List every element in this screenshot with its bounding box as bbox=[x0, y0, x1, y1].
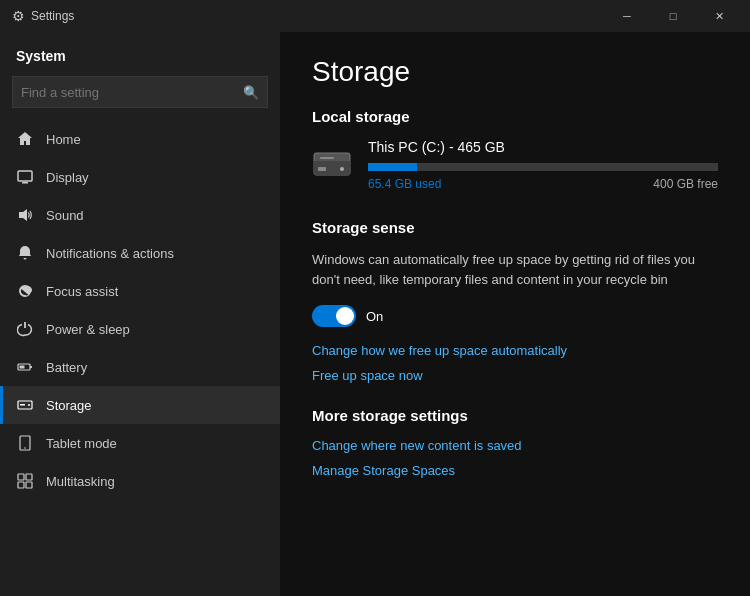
sidebar-item-label: Storage bbox=[46, 398, 92, 413]
sidebar-item-label: Notifications & actions bbox=[46, 246, 174, 261]
notifications-icon bbox=[16, 244, 34, 262]
used-text: 65.4 GB used bbox=[368, 177, 441, 191]
more-settings-section: More storage settings Change where new c… bbox=[312, 407, 718, 478]
search-box[interactable]: 🔍 bbox=[12, 76, 268, 108]
display-icon bbox=[16, 168, 34, 186]
app-icon: ⚙ bbox=[12, 8, 25, 24]
drive-stats: 65.4 GB used 400 GB free bbox=[368, 177, 718, 191]
sidebar-item-label: Power & sleep bbox=[46, 322, 130, 337]
sidebar-item-label: Battery bbox=[46, 360, 87, 375]
svg-rect-19 bbox=[320, 157, 334, 159]
drive-icon bbox=[312, 143, 352, 183]
drive-info: This PC (C:) - 465 GB 65.4 GB used 400 G… bbox=[368, 139, 718, 191]
sidebar-item-storage[interactable]: Storage bbox=[0, 386, 280, 424]
local-storage-title: Local storage bbox=[312, 108, 718, 125]
sidebar-title: System bbox=[0, 32, 280, 72]
page-title: Storage bbox=[312, 56, 718, 88]
svg-rect-4 bbox=[30, 366, 32, 368]
app-title: Settings bbox=[31, 9, 74, 23]
more-settings-title: More storage settings bbox=[312, 407, 718, 424]
free-up-link2[interactable]: Free up space now bbox=[312, 368, 718, 383]
close-button[interactable]: ✕ bbox=[696, 0, 742, 32]
svg-rect-12 bbox=[26, 474, 32, 480]
more-settings-link1[interactable]: Change where new content is saved bbox=[312, 438, 718, 453]
sidebar-item-label: Multitasking bbox=[46, 474, 115, 489]
sidebar-item-display[interactable]: Display bbox=[0, 158, 280, 196]
toggle-label: On bbox=[366, 309, 383, 324]
battery-icon bbox=[16, 358, 34, 376]
multitasking-icon bbox=[16, 472, 34, 490]
search-icon: 🔍 bbox=[243, 85, 259, 100]
free-text: 400 GB free bbox=[653, 177, 718, 191]
sense-description: Windows can automatically free up space … bbox=[312, 250, 718, 289]
drive-card: This PC (C:) - 465 GB 65.4 GB used 400 G… bbox=[312, 139, 718, 191]
progress-bar-fill bbox=[368, 163, 417, 171]
storage-sense-section: Storage sense Windows can automatically … bbox=[312, 219, 718, 383]
storage-icon bbox=[16, 396, 34, 414]
sidebar-item-label: Tablet mode bbox=[46, 436, 117, 451]
sidebar-item-power[interactable]: Power & sleep bbox=[0, 310, 280, 348]
sidebar-item-label: Sound bbox=[46, 208, 84, 223]
svg-rect-8 bbox=[20, 404, 25, 406]
sidebar-item-label: Home bbox=[46, 132, 81, 147]
more-settings-link2[interactable]: Manage Storage Spaces bbox=[312, 463, 718, 478]
svg-rect-13 bbox=[18, 482, 24, 488]
main-content: Storage Local storage This PC (C:) - 465… bbox=[280, 32, 750, 596]
minimize-button[interactable]: ─ bbox=[604, 0, 650, 32]
sidebar-item-notifications[interactable]: Notifications & actions bbox=[0, 234, 280, 272]
sidebar-item-tablet[interactable]: Tablet mode bbox=[0, 424, 280, 462]
sidebar-item-focus[interactable]: Focus assist bbox=[0, 272, 280, 310]
free-up-link1[interactable]: Change how we free up space automaticall… bbox=[312, 343, 718, 358]
svg-rect-1 bbox=[22, 182, 28, 184]
svg-rect-14 bbox=[26, 482, 32, 488]
title-bar-controls: ─ □ ✕ bbox=[604, 0, 742, 32]
search-input[interactable] bbox=[21, 85, 243, 100]
title-bar-left: ⚙ Settings bbox=[12, 8, 74, 24]
svg-rect-5 bbox=[20, 366, 25, 369]
svg-marker-2 bbox=[19, 209, 27, 221]
tablet-icon bbox=[16, 434, 34, 452]
sidebar: System 🔍 Home Display Sound Notification… bbox=[0, 32, 280, 596]
drive-name: This PC (C:) - 465 GB bbox=[368, 139, 718, 155]
sidebar-item-home[interactable]: Home bbox=[0, 120, 280, 158]
toggle-knob bbox=[336, 307, 354, 325]
title-bar: ⚙ Settings ─ □ ✕ bbox=[0, 0, 750, 32]
toggle-row: On bbox=[312, 305, 718, 327]
sidebar-item-sound[interactable]: Sound bbox=[0, 196, 280, 234]
svg-rect-0 bbox=[18, 171, 32, 181]
progress-bar-bg bbox=[368, 163, 718, 171]
home-icon bbox=[16, 130, 34, 148]
sidebar-item-label: Focus assist bbox=[46, 284, 118, 299]
svg-point-7 bbox=[28, 404, 30, 406]
nav-list: Home Display Sound Notifications & actio… bbox=[0, 120, 280, 500]
svg-point-18 bbox=[340, 167, 344, 171]
svg-rect-11 bbox=[18, 474, 24, 480]
app-body: System 🔍 Home Display Sound Notification… bbox=[0, 32, 750, 596]
svg-point-10 bbox=[24, 447, 26, 449]
sidebar-item-multitasking[interactable]: Multitasking bbox=[0, 462, 280, 500]
sidebar-item-label: Display bbox=[46, 170, 89, 185]
focus-icon bbox=[16, 282, 34, 300]
storage-sense-toggle[interactable] bbox=[312, 305, 356, 327]
sidebar-item-battery[interactable]: Battery bbox=[0, 348, 280, 386]
maximize-button[interactable]: □ bbox=[650, 0, 696, 32]
svg-rect-17 bbox=[318, 167, 326, 171]
sound-icon bbox=[16, 206, 34, 224]
storage-sense-title: Storage sense bbox=[312, 219, 718, 236]
power-icon bbox=[16, 320, 34, 338]
